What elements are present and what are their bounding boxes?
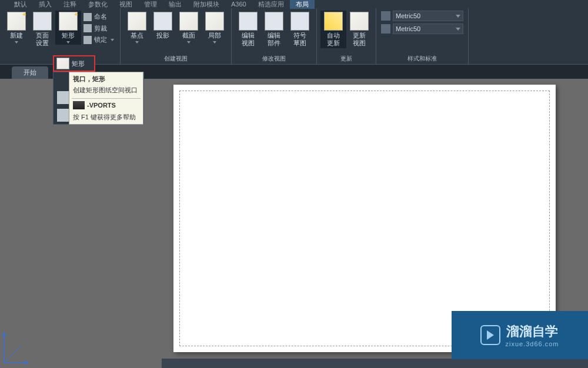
- chevron-down-icon: [66, 41, 70, 44]
- btn-projection[interactable]: 投影: [150, 11, 176, 41]
- section-icon: [179, 12, 198, 31]
- chevron-down-icon: [456, 15, 460, 18]
- btn-edit-view[interactable]: 编辑 视图: [235, 11, 261, 48]
- rectangle-dropdown-header[interactable]: 矩形: [53, 55, 95, 72]
- style-icon: [381, 11, 390, 21]
- rectangle-icon: [56, 58, 69, 69]
- tooltip-command: -VPORTS: [87, 102, 116, 109]
- tooltip: 视口，矩形 创建矩形图纸空间视口 -VPORTS 按 F1 键获得更多帮助: [69, 72, 143, 125]
- scissors-icon: [83, 24, 92, 32]
- watermark-url: zixue.3d66.com: [505, 340, 559, 347]
- command-icon: [73, 101, 85, 109]
- tooltip-help: 按 F1 键获得更多帮助: [69, 112, 143, 124]
- tooltip-title: 视口，矩形: [69, 72, 143, 86]
- style-dropdown-1[interactable]: Metric50: [393, 11, 463, 21]
- btn-section[interactable]: 截面: [176, 11, 202, 45]
- btn-lock[interactable]: 锁定: [83, 35, 114, 45]
- menu-annotate[interactable]: 注释: [58, 0, 82, 9]
- base-icon: [128, 12, 146, 31]
- btn-base[interactable]: 基点: [124, 11, 150, 45]
- btn-new-layout[interactable]: 新建: [4, 11, 29, 45]
- btn-symbol-sketch[interactable]: 符号 草图: [287, 11, 313, 48]
- btn-named[interactable]: 命名: [83, 12, 114, 22]
- style-icon: [381, 24, 390, 34]
- btn-auto-update[interactable]: 自动 更新: [320, 11, 346, 48]
- lock-icon: [83, 36, 92, 44]
- chevron-down-icon: [213, 41, 216, 44]
- panel-update: 自动 更新 更新 视图 更新: [317, 8, 376, 64]
- chevron-down-icon: [111, 39, 114, 41]
- rectangle-icon: [59, 12, 78, 31]
- tooltip-desc: 创建矩形图纸空间视口: [69, 86, 143, 98]
- panel-title: 创建视图: [121, 53, 231, 64]
- edit-view-icon: [239, 12, 258, 31]
- auto-update-icon: [324, 12, 343, 31]
- menu-featured[interactable]: 精选应用: [252, 0, 290, 9]
- menu-a360[interactable]: A360: [225, 1, 252, 8]
- chevron-down-icon: [187, 41, 191, 44]
- projection-icon: [153, 12, 172, 31]
- chevron-down-icon: [135, 41, 139, 44]
- detail-icon: [205, 12, 224, 31]
- menu-insert[interactable]: 插入: [33, 0, 58, 9]
- panel-create-view: 基点 投影 截面 局部 创建视图: [121, 8, 232, 64]
- panel-title: 更新: [317, 53, 376, 64]
- menu-addons[interactable]: 附加模块: [188, 0, 225, 9]
- menu-view[interactable]: 视图: [113, 0, 138, 9]
- paper-icon: [7, 12, 26, 31]
- menu-layout[interactable]: 布局: [290, 0, 315, 9]
- btn-edit-part[interactable]: 编辑 部件: [261, 11, 287, 48]
- menu-default[interactable]: 默认: [8, 0, 33, 9]
- play-icon: [480, 325, 500, 345]
- chevron-down-icon: [456, 28, 460, 31]
- panel-modify-view: 编辑 视图 编辑 部件 符号 草图 修改视图: [232, 8, 317, 64]
- symbol-icon: [290, 12, 309, 31]
- panel-title: 样式和标准: [376, 53, 468, 64]
- menu-parametric[interactable]: 参数化: [82, 0, 113, 9]
- ucs-icon[interactable]: [1, 330, 31, 366]
- btn-detail[interactable]: 局部: [202, 11, 228, 45]
- tag-icon: [83, 13, 92, 21]
- btn-update-view[interactable]: 更新 视图: [346, 11, 372, 48]
- watermark: 溜溜自学 zixue.3d66.com: [452, 311, 588, 359]
- menu-output[interactable]: 输出: [163, 0, 188, 9]
- tab-start[interactable]: 开始: [12, 66, 48, 79]
- btn-page-setup[interactable]: 页面 设置: [29, 11, 55, 48]
- style-dropdown-2[interactable]: Metric50: [393, 24, 463, 34]
- page-icon: [33, 12, 52, 31]
- watermark-text: 溜溜自学: [506, 323, 558, 340]
- statusbar: [162, 359, 588, 368]
- edit-part-icon: [265, 12, 283, 31]
- update-view-icon: [350, 12, 369, 31]
- chevron-down-icon: [15, 41, 18, 44]
- panel-styles: Metric50 Metric50 样式和标准: [376, 8, 469, 64]
- menu-manage[interactable]: 管理: [138, 0, 163, 9]
- btn-rectangle-viewport[interactable]: 矩形: [55, 11, 81, 45]
- panel-title: 修改视图: [232, 53, 316, 64]
- menubar: 默认 插入 注释 参数化 视图 管理 输出 附加模块 A360 精选应用 布局: [0, 0, 588, 8]
- paper-margin: [179, 91, 550, 346]
- btn-clip[interactable]: 剪裁: [83, 24, 114, 34]
